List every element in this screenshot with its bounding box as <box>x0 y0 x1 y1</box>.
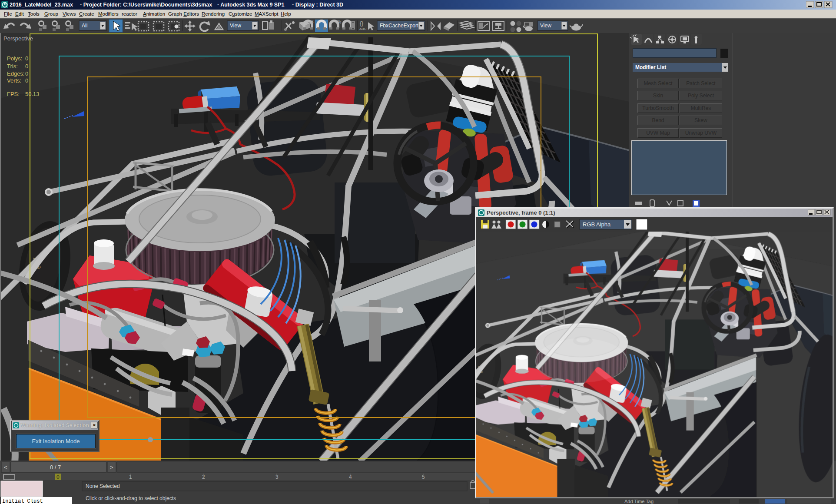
svg-text:Verts:: Verts: <box>7 77 21 84</box>
svg-text:0: 0 <box>25 55 28 62</box>
svg-text:Edges:: Edges: <box>7 70 24 77</box>
svg-text:RGB Alpha: RGB Alpha <box>583 221 611 228</box>
svg-text:0: 0 <box>25 70 28 77</box>
svg-text:FbxCacheExport: FbxCacheExport <box>380 23 419 29</box>
svg-text:Perspective: Perspective <box>3 35 33 42</box>
svg-text:0: 0 <box>56 474 60 480</box>
svg-text:Polys:: Polys: <box>7 55 22 62</box>
svg-text:View: View <box>540 23 551 29</box>
svg-text:All: All <box>82 23 87 29</box>
svg-text:0 / 7: 0 / 7 <box>50 464 61 471</box>
svg-text:%: % <box>337 20 341 24</box>
svg-text:50.13: 50.13 <box>25 91 40 97</box>
svg-text:<: < <box>4 464 7 471</box>
svg-text:>: > <box>110 464 113 471</box>
svg-text:0: 0 <box>25 63 28 70</box>
svg-text:0: 0 <box>25 77 28 84</box>
svg-text:FPS:: FPS: <box>7 91 20 97</box>
svg-text:None Selected: None Selected <box>86 483 120 489</box>
svg-text:{}: {} <box>360 20 363 27</box>
svg-text:Add Time Tag: Add Time Tag <box>624 499 654 504</box>
svg-text:Tris:: Tris: <box>7 63 18 70</box>
svg-text:3: 3 <box>311 20 314 24</box>
svg-text:ABC: ABC <box>359 27 367 31</box>
svg-text:View: View <box>230 23 241 29</box>
svg-text:Initial Clust: Initial Clust <box>2 498 43 504</box>
svg-text:Click or click-and-drag to sel: Click or click-and-drag to select object… <box>86 495 176 501</box>
